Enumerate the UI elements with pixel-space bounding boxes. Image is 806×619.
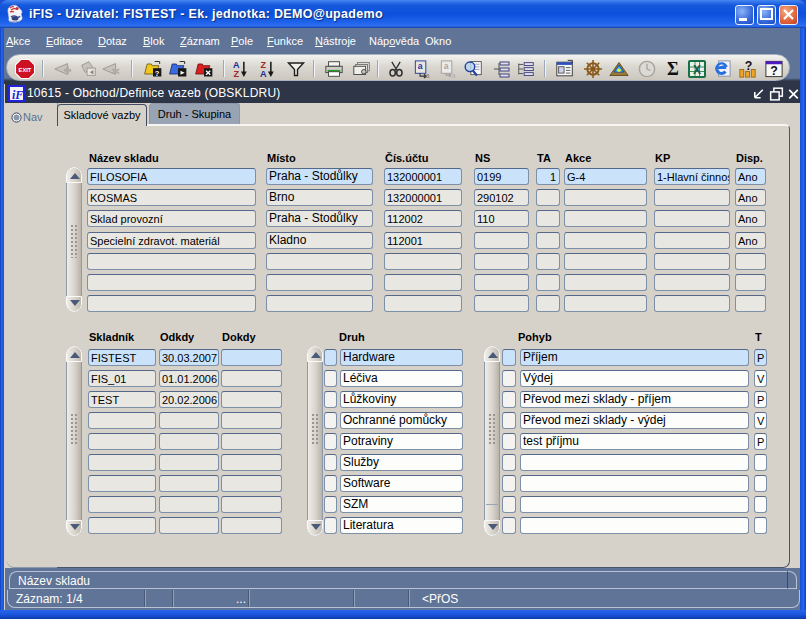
svg-text:a: a	[452, 72, 456, 79]
svg-text:a: a	[418, 61, 423, 71]
svg-text:a: a	[426, 72, 430, 79]
svg-text:EXIT: EXIT	[19, 67, 32, 73]
svg-text:Σ: Σ	[667, 59, 679, 79]
svg-text:a: a	[444, 61, 449, 71]
svg-text:iF: iF	[12, 88, 23, 101]
svg-text:A: A	[233, 60, 240, 70]
svg-text:Z: Z	[233, 69, 239, 79]
svg-text:?: ?	[155, 69, 160, 78]
svg-text:Z: Z	[260, 60, 266, 70]
svg-text:X: X	[693, 63, 701, 77]
svg-text:?: ?	[745, 59, 753, 73]
svg-text:?: ?	[770, 64, 778, 78]
svg-text:A: A	[260, 69, 267, 79]
